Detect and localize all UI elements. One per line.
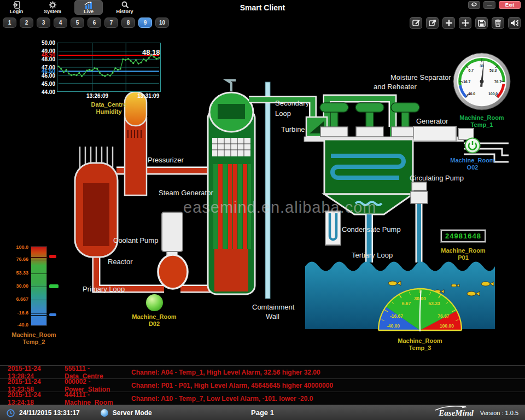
- alarm-message: Channel: P01 - P01, High Level Alarm, 45…: [124, 382, 333, 389]
- gauge1-caption: Machine_Room Temp_1: [452, 114, 512, 129]
- edit-icon: [412, 19, 420, 27]
- exit-button[interactable]: Exit: [499, 1, 521, 9]
- status-led[interactable]: [146, 294, 163, 311]
- label-pressurizer: Pressurizer: [148, 156, 184, 164]
- containment-wall: [265, 82, 270, 299]
- tab-3[interactable]: 3: [37, 18, 50, 28]
- g3-tick-label: 53.33: [428, 301, 440, 306]
- g1-tick-label: -40.0: [467, 92, 476, 96]
- app-title: Smart Client: [0, 3, 525, 12]
- page-tabs: 1 2 3 4 5 6 7 8 9 10: [3, 18, 169, 28]
- semicircle-gauge[interactable]: -40.00 -16.67 6.67 30.00 53.33 76.67 100…: [376, 287, 464, 332]
- turbine-valves: [320, 103, 419, 137]
- label-generator: Generator: [416, 117, 448, 125]
- bar-gauge-scale: 100.0 76.66 53.33 30.00 6.667 -16.6 -40.…: [9, 246, 30, 326]
- alarm-message: Channel: A04 - Temp_1, High Level Alarm,…: [124, 369, 320, 376]
- label-moisture-2: and Reheater: [374, 83, 417, 91]
- tab-6[interactable]: 6: [88, 18, 101, 28]
- tab-5[interactable]: 5: [71, 18, 84, 28]
- label-secondary-loop-2: Loop: [275, 109, 291, 118]
- y-tick: 44.00: [42, 89, 55, 95]
- switch-machine-room-o02: Machine_Room O02: [444, 137, 501, 171]
- gauge3-caption: Machine_Room Temp_3: [376, 337, 464, 352]
- toolbar: [410, 17, 521, 29]
- label-coolant-pump: Coolant Pump: [113, 236, 158, 244]
- label-primary-loop: Primary Loop: [83, 285, 125, 293]
- alarm-row[interactable]: 2015-11-24 13:28:24 555111 - Data_Centre…: [0, 366, 525, 379]
- g1-tick-label: 53.3: [489, 68, 497, 72]
- tab-7[interactable]: 7: [104, 18, 118, 28]
- label-turbine: Turbine: [281, 125, 305, 133]
- tab-8[interactable]: 8: [121, 18, 135, 28]
- alarm-row[interactable]: 2015-11-24 13:23:58 000002 - Power_Stati…: [0, 379, 525, 392]
- x-tick: 13:31:09: [137, 93, 159, 99]
- current-value-marker[interactable]: [49, 284, 59, 288]
- x-tick: 13:26:09: [86, 93, 108, 99]
- refresh-button[interactable]: [468, 1, 480, 9]
- tab-2[interactable]: 2: [20, 18, 33, 28]
- label-containment-2: Wall: [266, 312, 279, 320]
- edit-button[interactable]: [410, 17, 422, 29]
- move-button[interactable]: [459, 17, 471, 29]
- label-steam-generator: Steam Generator: [159, 189, 213, 197]
- save-icon: [478, 19, 486, 27]
- y-tick: 50.00: [42, 40, 55, 46]
- smart-client-window: Login System: [0, 0, 525, 420]
- main-canvas: Pressurizer Steam Generator Coolant Pump…: [0, 32, 525, 365]
- label-moisture-1: Moisture Separator: [390, 73, 451, 81]
- label-tertiary-loop: Tertiary Loop: [352, 251, 393, 259]
- alarm-row[interactable]: 2015-11-24 13:24:18 444111 - Machine_Roo…: [0, 392, 525, 405]
- steam-generator-vessel: [208, 80, 255, 294]
- g3-tick-label: 76.67: [438, 313, 450, 319]
- low-limit-label: 46.50: [42, 68, 55, 74]
- move-icon: [462, 19, 469, 27]
- export-button[interactable]: [426, 17, 439, 29]
- label-containment-1: Comtainment: [252, 303, 295, 311]
- tabrow: 1 2 3 4 5 6 7 8 9 10: [0, 15, 525, 32]
- power-button-icon[interactable]: [464, 137, 481, 154]
- low-setpoint-marker[interactable]: [49, 313, 56, 316]
- g3-tick-label: 100.00: [440, 323, 454, 329]
- trash-icon: [494, 19, 501, 27]
- circular-gauge[interactable]: -40.0 -16.7 6.7 30 53.3 76.7 100.0: [452, 51, 512, 110]
- alarm-list: 2015-11-24 13:28:24 555111 - Data_Centre…: [0, 365, 525, 405]
- easemind-logo: EaseMind: [439, 409, 473, 418]
- high-limit-label: 48.50: [42, 52, 55, 58]
- gauge-machine-room-temp1: -40.0 -16.7 6.7 30 53.3 76.7 100.0 Machi…: [452, 51, 512, 129]
- tab-4[interactable]: 4: [54, 18, 67, 28]
- switch-caption: Machine_Room O02: [444, 157, 501, 171]
- add-button[interactable]: [442, 17, 455, 29]
- g3-tick-label: 6.67: [402, 301, 411, 306]
- tab-9[interactable]: 9: [138, 18, 152, 28]
- label-circulating-pump: Circulating Pump: [410, 174, 464, 182]
- high-setpoint-marker[interactable]: [49, 255, 56, 258]
- delete-button[interactable]: [492, 17, 504, 29]
- label-reactor: Reactor: [108, 258, 133, 266]
- label-secondary-loop-1: Secondary: [275, 99, 310, 107]
- g1-tick-label: 76.7: [494, 80, 502, 84]
- version-label: Version : 1.0.5: [480, 410, 518, 416]
- trend-widget-data-centre-humidity: 50.00 49.00 48.50 48.00 47.00 46.50 46.0…: [35, 43, 162, 115]
- g1-tick-label: 6.7: [469, 68, 474, 72]
- label-condensate-pump: Condensate Pump: [342, 225, 401, 234]
- titlebar: Login System: [0, 0, 525, 15]
- display-caption: Machine_Room P01: [441, 247, 486, 261]
- export-icon: [429, 19, 436, 27]
- bar-gauge-column[interactable]: [31, 246, 47, 326]
- audio-button[interactable]: [508, 17, 521, 29]
- alarm-time: 2015-11-24 13:24:18: [0, 391, 65, 406]
- numeric-display: 24981648: [441, 230, 486, 242]
- minimize-button[interactable]: —: [483, 1, 495, 9]
- watermark: easemind.en.alibaba.com: [183, 199, 376, 217]
- reactor-vessel: [75, 147, 118, 257]
- g3-tick-label: -16.67: [390, 313, 403, 319]
- y-tick: 45.00: [42, 81, 55, 87]
- tab-10[interactable]: 10: [155, 18, 169, 28]
- bar-gauge-caption: Machine_Room Temp_2: [9, 331, 59, 346]
- trend-caption: Data_Centre Humidity: [57, 101, 161, 115]
- trend-x-axis: 13:26:09 13:31:09: [57, 92, 161, 100]
- save-button[interactable]: [475, 17, 488, 29]
- plus-icon: [445, 19, 453, 27]
- tab-1[interactable]: 1: [3, 18, 16, 28]
- led-caption: Machine_Room D02: [127, 313, 182, 328]
